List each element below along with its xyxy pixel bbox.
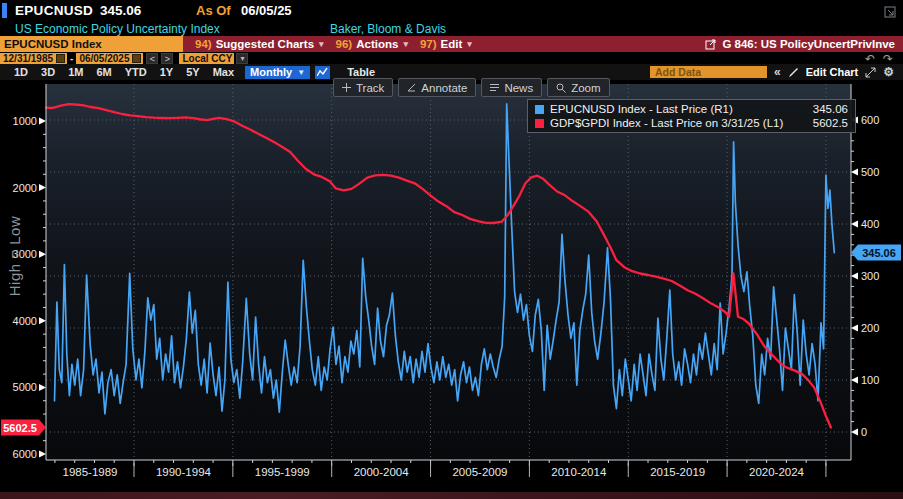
currency-field[interactable]: Local CCY: [179, 53, 234, 64]
period-1d[interactable]: 1D: [14, 66, 28, 78]
svg-text:0: 0: [861, 426, 867, 438]
legend-row-gdpgpdi[interactable]: GDP$GPDI Index - Last Price on 3/31/25 (…: [528, 116, 855, 130]
period-ytd[interactable]: YTD: [125, 66, 147, 78]
svg-text:500: 500: [861, 166, 879, 178]
currency-dropdown-icon[interactable]: ▾: [236, 53, 248, 64]
chart-tag-area[interactable]: G 846: US PolicyUncertPrivInve: [705, 38, 903, 50]
news-button[interactable]: News: [481, 78, 542, 97]
legend-label: GDP$GPDI Index - Last Price on 3/31/25 (…: [550, 117, 805, 129]
menu-label: Edit: [441, 38, 463, 50]
zoom-label: Zoom: [571, 82, 600, 94]
security-field[interactable]: EPUCNUSD Index: [0, 36, 183, 52]
svg-text:6000: 6000: [13, 448, 37, 460]
svg-text:1000: 1000: [13, 115, 37, 127]
inverted-axis-annotation: High = Low: [6, 196, 22, 316]
blue-price-tag: 345.06: [851, 245, 901, 261]
index-description: US Economic Policy Uncertainty Index: [15, 22, 220, 36]
period-1y[interactable]: 1Y: [160, 66, 173, 78]
news-label: News: [504, 82, 533, 94]
svg-text:345.06: 345.06: [862, 247, 896, 259]
edit-chart-button[interactable]: Edit Chart: [806, 66, 859, 78]
end-date-field[interactable]: 06/05/2025: [76, 53, 143, 64]
chart-type-button[interactable]: [315, 66, 330, 79]
period-3d[interactable]: 3D: [41, 66, 55, 78]
as-of-date: 06/05/25: [241, 3, 292, 18]
menu-actions[interactable]: 96) Actions ▾: [336, 38, 408, 50]
menu-edit[interactable]: 97) Edit ▾: [420, 38, 472, 50]
subtitle-bar: US Economic Policy Uncertainty Index Bak…: [0, 22, 903, 36]
legend-row-epucnusd[interactable]: EPUCNUSD Index - Last Price (R1) 345.06: [528, 102, 855, 116]
index-authors: Baker, Bloom & Davis: [330, 22, 446, 36]
svg-text:2000-2004: 2000-2004: [354, 466, 410, 478]
legend-value: 345.06: [813, 103, 848, 115]
line-chart-icon: [317, 68, 328, 77]
start-date-field[interactable]: 12/31/1985: [0, 53, 67, 64]
calendar-icon[interactable]: [132, 54, 141, 63]
svg-text:1985-1989: 1985-1989: [63, 466, 118, 478]
last-price: 345.06: [100, 3, 141, 18]
currency-value: Local CCY: [182, 53, 232, 64]
chart-tag-label: G 846: US PolicyUncertPrivInve: [722, 38, 895, 50]
range-back-button[interactable]: <: [146, 53, 158, 64]
menu-suggested-charts[interactable]: 94) Suggested Charts ▾: [195, 38, 324, 50]
legend[interactable]: EPUCNUSD Index - Last Price (R1) 345.06 …: [527, 99, 856, 133]
chevron-down-icon: ▾: [403, 39, 408, 49]
gear-icon[interactable]: ⚙: [883, 65, 894, 79]
period-1m[interactable]: 1M: [68, 66, 83, 78]
start-date-value: 12/31/1985: [3, 53, 53, 64]
svg-text:600: 600: [861, 114, 879, 126]
bloomberg-chart-window: EPUCNUSD 345.06 As Of 06/05/25 US Econom…: [0, 0, 903, 499]
plot-background[interactable]: [46, 84, 851, 460]
collapse-icon[interactable]: «: [774, 65, 781, 79]
menu-number: 94): [195, 38, 212, 50]
pop-out-icon[interactable]: [884, 4, 896, 22]
magnifier-icon: [556, 83, 566, 93]
chevron-down-icon: ▾: [467, 39, 472, 49]
pencil-icon[interactable]: [788, 67, 799, 78]
svg-text:300: 300: [861, 270, 879, 282]
end-date-value: 06/05/2025: [79, 53, 129, 64]
svg-text:2005-2009: 2005-2009: [452, 466, 507, 478]
svg-text:1995-1999: 1995-1999: [255, 466, 310, 478]
svg-text:5602.5: 5602.5: [3, 422, 37, 434]
add-data-input[interactable]: Add Data: [650, 66, 767, 78]
series-swatch-blue: [535, 105, 544, 114]
frequency-value: Monthly: [250, 66, 292, 78]
legend-value: 5602.5: [813, 117, 848, 129]
zoom-button[interactable]: Zoom: [547, 78, 609, 97]
annotate-button[interactable]: Annotate: [398, 78, 476, 97]
period-6m[interactable]: 6M: [96, 66, 111, 78]
red-price-tag: 5602.5: [1, 420, 46, 436]
svg-text:200: 200: [861, 322, 879, 334]
period-5y[interactable]: 5Y: [186, 66, 199, 78]
chart-canvas[interactable]: 1000200030004000500060006005004003002001…: [0, 80, 903, 492]
frequency-dropdown[interactable]: Monthly ▼: [245, 66, 310, 79]
ticker-symbol: EPUCNUSD: [15, 3, 93, 18]
svg-text:5000: 5000: [13, 381, 37, 393]
svg-text:400: 400: [861, 218, 879, 230]
menu-label: Suggested Charts: [216, 38, 314, 50]
track-button[interactable]: Track: [333, 78, 393, 97]
calendar-icon[interactable]: [56, 54, 65, 63]
range-forward-button[interactable]: >: [161, 53, 173, 64]
svg-text:2010-2014: 2010-2014: [551, 466, 607, 478]
table-button[interactable]: Table: [347, 66, 375, 78]
expand-icon[interactable]: [865, 67, 876, 78]
series-swatch-red: [535, 119, 544, 128]
as-of-label: As Of: [196, 3, 231, 18]
range-separator: -: [70, 53, 73, 64]
export-icon: [705, 39, 716, 50]
svg-text:2020-2024: 2020-2024: [749, 466, 805, 478]
command-bar: EPUCNUSD Index 94) Suggested Charts ▾ 96…: [0, 36, 903, 52]
range-bar: 12/31/1985 - 06/05/2025 < > Local CCY ▾ …: [0, 53, 903, 64]
annotate-icon: [407, 83, 416, 92]
title-bar: EPUCNUSD 345.06 As Of 06/05/25: [0, 0, 903, 22]
svg-text:4000: 4000: [13, 315, 37, 327]
chevron-down-icon: ▾: [319, 39, 324, 49]
chevron-down-icon: ▼: [297, 68, 305, 77]
svg-text:100: 100: [861, 374, 879, 386]
legend-label: EPUCNUSD Index - Last Price (R1): [550, 103, 805, 115]
period-max[interactable]: Max: [213, 66, 234, 78]
svg-text:1990-1994: 1990-1994: [156, 466, 212, 478]
menu-number: 96): [336, 38, 353, 50]
